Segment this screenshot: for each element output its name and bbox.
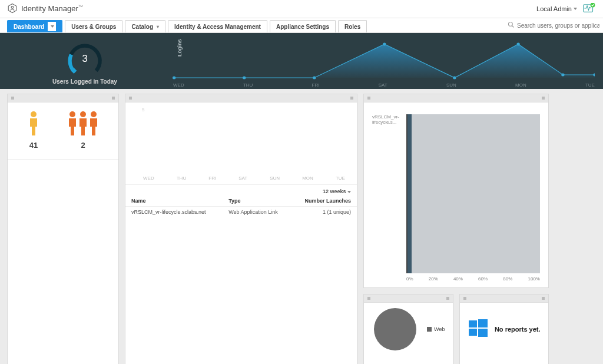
card-header[interactable]: [460, 294, 549, 303]
tab-catalog[interactable]: Catalog ▾: [125, 20, 165, 32]
user-menu[interactable]: Local Admin: [536, 5, 577, 12]
chevron-down-icon: [574, 8, 577, 10]
stat-users: 41: [26, 111, 41, 150]
brand: Identity Manager™: [7, 3, 83, 15]
svg-rect-22: [469, 329, 477, 336]
bar-card: vRSLCM_vr-lifecycle.s... 0%20% 40%60% 80…: [363, 94, 549, 288]
col-launches[interactable]: Number Launches: [291, 196, 357, 207]
stat-users-count: 41: [26, 141, 41, 150]
search-icon: [508, 21, 515, 30]
hero: 3 Users Logged in Today Logins WEDTHUFRI…: [0, 33, 603, 89]
svg-point-10: [383, 42, 386, 45]
svg-point-18: [91, 111, 97, 117]
svg-point-7: [173, 76, 175, 79]
navbar: Dashboard Users & Groups Catalog ▾ Ident…: [0, 18, 603, 33]
dashboard: 41 2 5 WEDTH: [0, 89, 603, 364]
gauge: 3 Users Logged in Today: [8, 41, 161, 85]
legend-swatch: [427, 327, 432, 332]
table-header: Name Type Number Launches: [125, 196, 357, 207]
svg-line-4: [512, 25, 514, 27]
svg-point-19: [374, 308, 416, 350]
person-icon: [26, 111, 41, 137]
user-label: Local Admin: [536, 5, 572, 12]
svg-marker-6: [174, 44, 595, 78]
stat-groups: 2: [67, 111, 100, 150]
brand-icon: [7, 3, 18, 15]
stat-groups-count: 2: [67, 141, 100, 150]
col-type[interactable]: Type: [223, 196, 291, 207]
table-row[interactable]: vRSLCM_vr-lifecycle.sclabs.net Web Appli…: [125, 207, 357, 218]
windows-icon: [468, 318, 489, 341]
tab-users-groups[interactable]: Users & Groups: [65, 20, 122, 32]
apps-mini-chart: 5 WEDTHU FRISAT SUNMON TUE: [125, 102, 357, 185]
svg-point-0: [11, 6, 14, 8]
svg-point-3: [509, 22, 513, 26]
svg-point-16: [69, 111, 75, 117]
range-select[interactable]: 12 weeks: [125, 185, 357, 196]
card-header[interactable]: [125, 94, 357, 102]
bar-fill: [407, 114, 412, 273]
svg-point-15: [31, 111, 37, 117]
svg-rect-20: [469, 320, 477, 327]
bar-label: vRSLCM_vr-lifecycle.s...: [372, 114, 406, 274]
x-ticks: WEDTHUFRI SATSUNMON TUE: [173, 82, 595, 88]
svg-rect-21: [478, 319, 488, 327]
no-reports-text: No reports yet.: [495, 326, 541, 333]
gauge-value: 3: [82, 53, 87, 64]
pie-card: Web: [363, 294, 453, 364]
svg-point-17: [80, 111, 86, 117]
bar-x-ticks: 0%20% 40%60% 80%100%: [364, 274, 548, 287]
group-icon: [67, 111, 100, 137]
tab-dashboard[interactable]: Dashboard: [7, 20, 62, 32]
gauge-label: Users Logged in Today: [52, 78, 117, 85]
pie-icon: [372, 306, 419, 353]
svg-rect-23: [478, 329, 488, 337]
health-icon[interactable]: [583, 3, 596, 15]
card-header[interactable]: [364, 294, 453, 303]
logins-chart: WEDTHUFRI SATSUNMON TUE: [161, 39, 595, 87]
chevron-down-icon: [347, 191, 351, 193]
apps-card: 5 WEDTHU FRISAT SUNMON TUE 12 weeks Name…: [125, 94, 357, 364]
tab-identity-access[interactable]: Identity & Access Management: [168, 20, 267, 32]
reports-card: No reports yet.: [459, 294, 549, 364]
col-name[interactable]: Name: [125, 196, 223, 207]
tab-appliance-settings[interactable]: Appliance Settings: [270, 20, 336, 32]
tab-roles[interactable]: Roles: [338, 20, 367, 32]
svg-point-12: [516, 42, 519, 45]
users-card: 41 2: [7, 94, 119, 364]
svg-point-9: [313, 76, 316, 79]
chevron-down-icon: ▾: [157, 24, 159, 29]
search-wrap: [508, 18, 603, 32]
topbar: Identity Manager™ Local Admin: [0, 0, 603, 18]
brand-title: Identity Manager™: [21, 4, 83, 13]
svg-point-13: [561, 73, 564, 76]
card-header[interactable]: [8, 94, 118, 102]
search-input[interactable]: [517, 22, 599, 29]
svg-point-11: [453, 76, 456, 79]
svg-point-2: [591, 3, 595, 7]
chevron-down-icon[interactable]: [48, 22, 56, 31]
apps-table: Name Type Number Launches vRSLCM_vr-life…: [125, 196, 357, 217]
card-header[interactable]: [364, 94, 548, 102]
svg-point-8: [243, 76, 246, 79]
bar-canvas: [406, 114, 540, 273]
legend: Web: [427, 326, 445, 332]
